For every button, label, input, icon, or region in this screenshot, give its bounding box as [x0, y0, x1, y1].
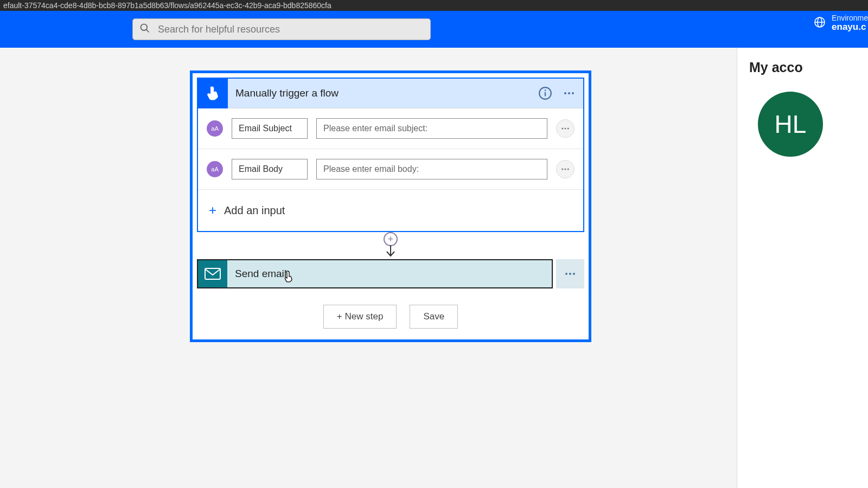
environment-label: Environme — [832, 14, 868, 22]
touch-icon — [198, 79, 228, 108]
account-panel: My acco HL — [737, 48, 868, 488]
environment-value: enayu.c — [832, 22, 868, 33]
svg-point-15 — [565, 169, 566, 170]
param-name-input[interactable] — [232, 159, 308, 179]
text-type-icon: aA — [207, 120, 223, 137]
more-icon[interactable] — [559, 84, 579, 103]
action-card-main[interactable]: Send email — [197, 259, 553, 288]
svg-point-11 — [561, 128, 563, 130]
action-card[interactable]: Send email — [197, 259, 584, 288]
svg-point-21 — [573, 273, 575, 275]
param-more-icon[interactable] — [556, 160, 575, 178]
svg-point-0 — [141, 24, 148, 31]
svg-point-7 — [545, 89, 546, 91]
svg-point-14 — [561, 169, 563, 170]
svg-point-8 — [564, 92, 566, 94]
param-prompt-input[interactable] — [316, 159, 547, 179]
add-input-label: Add an input — [224, 204, 285, 217]
svg-point-19 — [565, 273, 567, 275]
flow-canvas: Manually trigger a flow aA — [190, 70, 591, 342]
trigger-param-row: aA — [198, 108, 583, 149]
trigger-card-header[interactable]: Manually trigger a flow — [198, 79, 583, 108]
browser-url-bar: efault-37574ca4-cde8-4d8b-bcb8-897b1a5d8… — [0, 0, 868, 11]
svg-point-12 — [565, 128, 566, 130]
top-ribbon: Environme enayu.c — [0, 11, 868, 48]
add-input-button[interactable]: + Add an input — [198, 190, 583, 231]
avatar[interactable]: HL — [758, 92, 823, 157]
arrow-down-icon — [385, 245, 396, 260]
info-icon[interactable] — [535, 84, 555, 103]
param-more-icon[interactable] — [556, 119, 575, 138]
svg-point-10 — [572, 92, 574, 94]
canvas-footer: + New step Save — [197, 288, 584, 335]
param-name-input[interactable] — [232, 118, 308, 139]
search-box[interactable] — [132, 18, 431, 40]
environment-icon — [813, 16, 826, 31]
svg-point-9 — [568, 92, 570, 94]
plus-icon: + — [209, 204, 216, 217]
save-button[interactable]: Save — [410, 305, 458, 329]
search-icon — [139, 23, 150, 36]
text-type-icon: aA — [207, 161, 223, 177]
svg-point-20 — [569, 273, 571, 275]
param-prompt-input[interactable] — [316, 118, 547, 139]
svg-rect-18 — [205, 268, 220, 279]
svg-line-1 — [146, 30, 149, 33]
search-input[interactable] — [158, 24, 424, 35]
mail-icon — [198, 260, 227, 287]
environment-picker[interactable]: Environme enayu.c — [813, 14, 868, 33]
insert-step-button[interactable]: + — [384, 232, 398, 246]
account-heading: My acco — [749, 60, 868, 75]
trigger-param-row: aA — [198, 149, 583, 190]
trigger-card[interactable]: Manually trigger a flow aA — [197, 78, 584, 232]
action-title: Send email — [227, 268, 286, 280]
action-more-icon[interactable] — [556, 259, 584, 288]
svg-point-13 — [567, 128, 569, 130]
trigger-title: Manually trigger a flow — [228, 87, 535, 99]
new-step-button[interactable]: + New step — [323, 305, 397, 329]
svg-point-16 — [567, 169, 569, 170]
flow-connector: + — [197, 233, 584, 259]
